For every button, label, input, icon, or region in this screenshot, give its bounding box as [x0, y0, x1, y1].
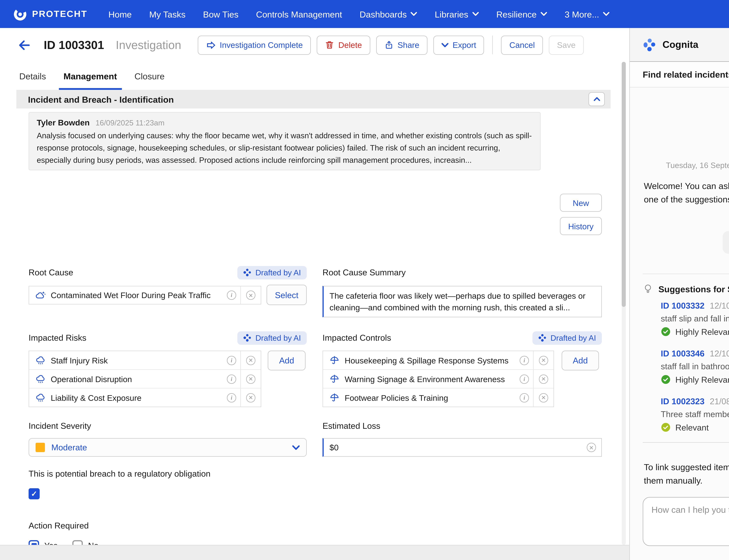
ai-icon — [243, 334, 251, 342]
info-icon[interactable]: i — [520, 374, 529, 384]
breach-checkbox[interactable]: ✓ — [29, 488, 40, 499]
nav-item-libraries[interactable]: Libraries — [435, 9, 479, 19]
share-button[interactable]: Share — [376, 35, 427, 55]
root-cause-value-row: Contaminated Wet Floor During Peak Traff… — [29, 286, 261, 305]
remove-icon[interactable]: ✕ — [246, 393, 256, 402]
tab-bar: Details Management Closure — [0, 62, 629, 90]
arrow-right-icon — [206, 40, 216, 50]
cancel-button[interactable]: Cancel — [501, 35, 543, 55]
action-required-label: Action Required — [29, 521, 89, 530]
suggestion-relevance: Highly Relevant — [661, 375, 729, 384]
estimated-loss-label: Estimated Loss — [323, 421, 380, 431]
control-row[interactable]: Housekeeping & Spillage Response Systems… — [323, 351, 553, 370]
control-row[interactable]: Warning Signage & Environment Awareness … — [323, 370, 553, 389]
clear-icon[interactable]: ✕ — [587, 443, 596, 452]
severity-value: Moderate — [51, 443, 286, 452]
chevron-down-icon — [472, 12, 479, 16]
trash-icon — [325, 40, 334, 50]
chat-date-header: Tuesday, 16 September 2025 12:52pm — [630, 161, 729, 170]
info-icon[interactable]: i — [520, 356, 529, 365]
brand[interactable]: PROTECHT — [13, 7, 87, 21]
suggestion-relevance: Relevant — [661, 422, 729, 432]
history-button[interactable]: History — [560, 217, 602, 235]
section-title: Incident and Breach - Identification — [28, 94, 174, 104]
umbrella-icon — [330, 374, 340, 384]
check-circle-icon — [661, 375, 671, 384]
incident-severity-dropdown[interactable]: Moderate — [29, 438, 307, 457]
suggestion-id-link[interactable]: ID 1003332 — [661, 301, 704, 310]
suggestion-item: ID 1002323 21/08/2024 Three staff member… — [661, 397, 729, 432]
suggestion-relevance: Highly Relevant — [661, 327, 729, 337]
remove-icon[interactable]: ✕ — [246, 291, 256, 300]
user-message-chip[interactable]: Find related incidents — [723, 231, 729, 254]
investigation-complete-button[interactable]: Investigation Complete — [198, 35, 311, 55]
chevron-down-icon — [411, 12, 417, 16]
tab-closure[interactable]: Closure — [134, 62, 165, 90]
suggestions-title-row: Suggestions for Similar Incidents — [643, 283, 729, 294]
chat-topic: Find related incidents — [643, 69, 729, 79]
risk-cloud-icon — [36, 355, 46, 365]
brand-name: PROTECHT — [32, 9, 87, 19]
info-icon[interactable]: i — [227, 291, 236, 300]
share-icon — [384, 40, 393, 50]
delete-button[interactable]: Delete — [317, 35, 370, 55]
nav-item-bow-ties[interactable]: Bow Ties — [203, 9, 238, 19]
record-header: ID 1003301 Investigation Investigation C… — [0, 28, 629, 62]
control-row[interactable]: Footwear Policies & Training i ✕ — [323, 389, 553, 407]
root-cause-ai-chip[interactable]: Drafted by AI — [237, 266, 307, 279]
nav-item-home[interactable]: Home — [108, 9, 132, 19]
tab-details[interactable]: Details — [19, 62, 46, 90]
root-cause-summary-field[interactable]: The cafeteria floor was likely wet—perha… — [323, 286, 602, 317]
suggestion-id-link[interactable]: ID 1003346 — [661, 349, 704, 358]
new-comment-button[interactable]: New — [560, 194, 602, 212]
suggestion-id-link[interactable]: ID 1002323 — [661, 397, 704, 406]
suggestion-item: ID 1003346 12/10/2025 staff fall in bath… — [661, 349, 729, 384]
info-icon[interactable]: i — [227, 374, 236, 384]
cognita-title: Cognita — [662, 39, 698, 50]
record-id: ID 1003301 — [44, 38, 104, 52]
nav-item-more[interactable]: 3 More... — [565, 9, 610, 19]
add-control-button[interactable]: Add — [562, 351, 599, 370]
chat-input[interactable] — [650, 503, 729, 529]
impacted-controls-ai-chip[interactable]: Drafted by AI — [532, 331, 602, 344]
nav-item-dashboards[interactable]: Dashboards — [360, 9, 417, 19]
cognita-panel: Cognita ✕ Find related incidents +New Ch… — [629, 28, 729, 560]
estimated-loss-input[interactable] — [324, 443, 587, 452]
info-icon[interactable]: i — [227, 393, 236, 402]
export-button[interactable]: Export — [433, 35, 484, 55]
analysis-comment[interactable]: Tyler Bowden 16/09/2025 11:23am Analysis… — [29, 112, 541, 170]
impacted-controls-label: Impacted Controls — [323, 333, 391, 342]
section-body: Tyler Bowden 16/09/2025 11:23am Analysis… — [16, 109, 611, 545]
remove-icon[interactable]: ✕ — [246, 356, 256, 365]
remove-icon[interactable]: ✕ — [246, 374, 256, 384]
nav-item-controls-management[interactable]: Controls Management — [256, 9, 342, 19]
chevron-down-icon — [541, 12, 547, 16]
collapse-section-button[interactable] — [588, 92, 605, 106]
assistant-welcome-message: Welcome! You can ask me anything or choo… — [644, 180, 729, 206]
back-arrow-icon[interactable] — [18, 38, 31, 52]
risk-row[interactable]: Operational Disruption i ✕ — [29, 370, 261, 389]
add-risk-button[interactable]: Add — [268, 351, 306, 370]
nav-item-my-tasks[interactable]: My Tasks — [149, 9, 186, 19]
comment-timestamp: 16/09/2025 11:23am — [96, 118, 165, 127]
risk-row[interactable]: Liability & Cost Exposure i ✕ — [29, 389, 261, 407]
main-scrollbar[interactable] — [622, 62, 626, 545]
save-button[interactable]: Save — [549, 35, 584, 55]
divider — [643, 274, 729, 274]
impacted-risks-ai-chip[interactable]: Drafted by AI — [237, 331, 307, 344]
info-icon[interactable]: i — [520, 393, 529, 402]
nav-item-resilience[interactable]: Resilience — [496, 9, 547, 19]
remove-icon[interactable]: ✕ — [539, 393, 548, 402]
ai-icon — [538, 334, 546, 342]
root-cause-summary-label: Root Cause Summary — [323, 268, 406, 277]
cognita-header: Cognita ✕ — [630, 28, 729, 62]
risk-row[interactable]: Staff Injury Risk i ✕ — [29, 351, 261, 370]
root-cause-select-button[interactable]: Select — [267, 285, 307, 305]
breach-label: This is potential breach to a regulatory… — [29, 469, 211, 478]
suggestion-desc: staff slip and fall in hospital bathroom — [661, 314, 729, 323]
tab-management[interactable]: Management — [63, 62, 117, 90]
remove-icon[interactable]: ✕ — [539, 374, 548, 384]
info-icon[interactable]: i — [227, 356, 236, 365]
remove-icon[interactable]: ✕ — [539, 356, 548, 365]
page-title: Investigation — [116, 38, 181, 52]
